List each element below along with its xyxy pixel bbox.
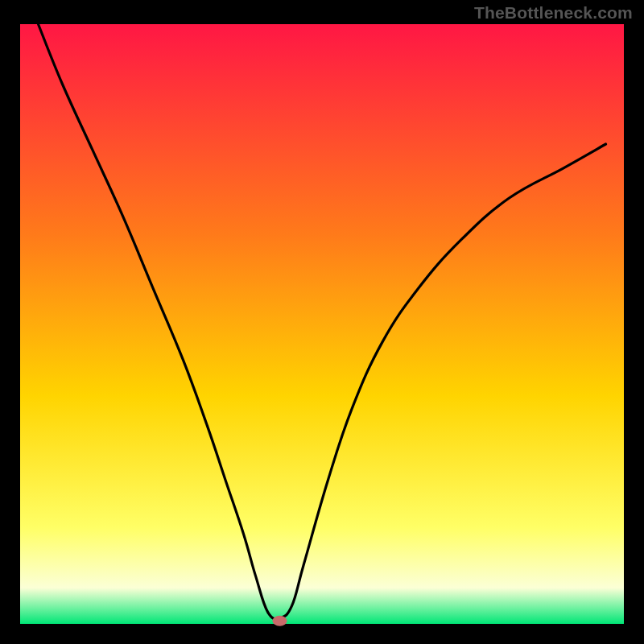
optimal-point-marker	[273, 616, 287, 626]
chart-frame: TheBottleneck.com	[0, 0, 644, 644]
gradient-plot-area	[20, 24, 624, 624]
bottleneck-chart	[0, 0, 644, 644]
watermark-text: TheBottleneck.com	[474, 3, 633, 23]
